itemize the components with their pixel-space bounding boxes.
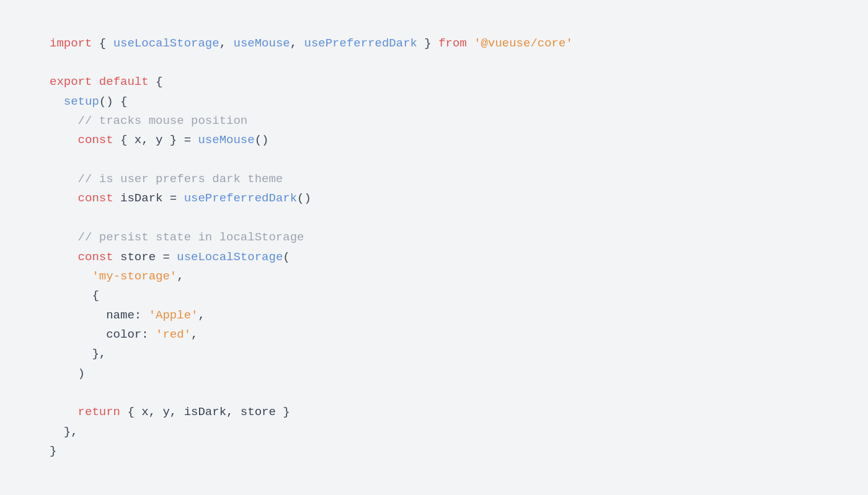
plain-token: { x, y, isDark, store } xyxy=(120,405,290,419)
plain-token: , xyxy=(219,37,234,50)
keyword-token: from xyxy=(438,37,467,50)
plain-token xyxy=(50,133,78,147)
code-line: export default { xyxy=(50,72,818,92)
plain-token: name: xyxy=(50,309,149,322)
code-line: return { x, y, isDark, store } xyxy=(50,403,818,422)
plain-token: () xyxy=(297,191,311,205)
string-token: 'red' xyxy=(156,328,191,341)
code-line: // tracks mouse position xyxy=(50,112,818,131)
plain-token xyxy=(50,114,78,128)
plain-token: }, xyxy=(50,425,78,439)
keyword-token: export xyxy=(50,75,92,89)
plain-token xyxy=(50,230,78,244)
function-name-token: usePreferredDark xyxy=(184,191,297,205)
code-line: // persist state in localStorage xyxy=(50,228,818,247)
code-line: // is user prefers dark theme xyxy=(50,170,818,189)
function-name-token: setup xyxy=(64,95,99,108)
code-line: } xyxy=(50,442,818,461)
code-line: setup() { xyxy=(50,92,818,112)
code-line: name: 'Apple', xyxy=(50,306,818,325)
plain-token xyxy=(50,191,78,205)
plain-token: isDark = xyxy=(113,191,184,205)
keyword-token: default xyxy=(99,75,149,89)
code-line xyxy=(50,151,818,170)
plain-token: }, xyxy=(50,347,106,361)
code-line: }, xyxy=(50,423,818,442)
plain-token xyxy=(50,405,78,419)
plain-token: { xyxy=(50,289,99,302)
keyword-token: const xyxy=(78,191,113,205)
code-line: ) xyxy=(50,364,818,383)
plain-token: , xyxy=(191,328,198,341)
code-line: import { useLocalStorage, useMouse, useP… xyxy=(50,34,818,53)
plain-token: color: xyxy=(50,328,156,341)
plain-token: store = xyxy=(113,250,177,264)
code-line: }, xyxy=(50,344,818,364)
code-line xyxy=(50,209,818,228)
keyword-token: const xyxy=(78,250,113,264)
string-token: '@vueuse/core' xyxy=(474,37,573,50)
code-line: const isDark = usePreferredDark() xyxy=(50,189,818,208)
plain-token: } xyxy=(417,37,438,50)
code-line: const { x, y } = useMouse() xyxy=(50,131,818,150)
plain-token: , xyxy=(177,269,184,283)
code-container: import { useLocalStorage, useMouse, useP… xyxy=(19,9,849,486)
code-line: 'my-storage', xyxy=(50,267,818,286)
code-line: { xyxy=(50,286,818,305)
plain-token: ( xyxy=(283,250,290,264)
function-name-token: useMouse xyxy=(233,37,290,50)
string-token: 'my-storage' xyxy=(92,269,177,283)
code-line xyxy=(50,53,818,72)
comment-token: // persist state in localStorage xyxy=(78,230,304,244)
keyword-token: import xyxy=(50,37,92,50)
plain-token xyxy=(92,75,99,89)
plain-token: , xyxy=(290,37,304,50)
plain-token: { x, y } = xyxy=(113,133,198,147)
plain-token: () xyxy=(255,133,269,147)
code-line: const store = useLocalStorage( xyxy=(50,248,818,267)
plain-token: , xyxy=(198,309,205,322)
plain-token: } xyxy=(50,444,56,458)
function-name-token: useMouse xyxy=(198,133,254,147)
comment-token: // is user prefers dark theme xyxy=(78,172,283,186)
comment-token: // tracks mouse position xyxy=(78,114,248,128)
plain-token xyxy=(50,172,78,186)
keyword-token: const xyxy=(78,133,113,147)
plain-token: { xyxy=(92,37,113,50)
plain-token: ) xyxy=(50,367,85,380)
plain-token: { xyxy=(149,75,163,89)
code-block: import { useLocalStorage, useMouse, useP… xyxy=(50,34,818,462)
string-token: 'Apple' xyxy=(149,309,198,322)
function-name-token: useLocalStorage xyxy=(177,250,283,264)
plain-token: () { xyxy=(99,95,128,108)
plain-token xyxy=(50,95,64,108)
keyword-token: return xyxy=(78,405,120,419)
function-name-token: usePreferredDark xyxy=(304,37,417,50)
function-name-token: useLocalStorage xyxy=(113,37,219,50)
plain-token xyxy=(50,250,78,264)
plain-token xyxy=(50,269,92,283)
plain-token xyxy=(467,37,474,50)
code-line xyxy=(50,383,818,403)
code-line: color: 'red', xyxy=(50,325,818,344)
